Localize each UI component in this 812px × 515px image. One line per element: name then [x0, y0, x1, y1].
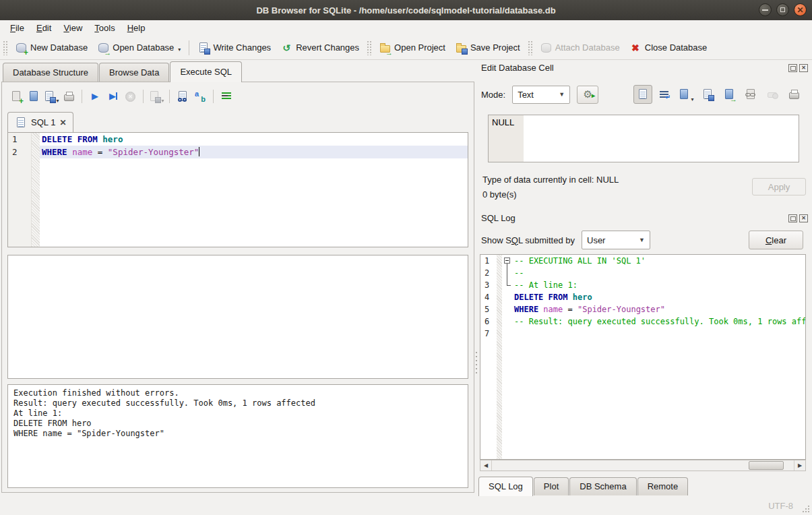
- format-sql-button[interactable]: [218, 88, 235, 105]
- toolbar-button-open-database[interactable]: →Open Database▾: [92, 39, 185, 57]
- find-replace-icon: ab: [194, 90, 206, 102]
- close-panel-icon[interactable]: [799, 214, 808, 222]
- open-external-button[interactable]: →: [720, 85, 739, 104]
- save-project-icon: [455, 42, 467, 54]
- menu-item-edit[interactable]: Edit: [30, 21, 57, 35]
- execute-line-icon: ▶: [106, 90, 119, 102]
- mode-label: Mode:: [481, 90, 505, 100]
- chevron-down-icon: ▼: [639, 237, 645, 243]
- edit-cell-controls: Mode: Text▼ ⚙ ▾→: [481, 85, 809, 104]
- toolbar-button-revert-changes[interactable]: ↺Revert Changes: [276, 39, 364, 57]
- toolbar-button-new-database[interactable]: +New Database: [10, 39, 92, 57]
- scroll-left-arrow-icon[interactable]: ◀: [480, 460, 492, 471]
- new-sql-tab-button[interactable]: +: [7, 88, 25, 105]
- sql-token: =: [92, 147, 108, 157]
- close-button[interactable]: ✕: [794, 3, 807, 16]
- close-panel-icon[interactable]: [799, 64, 808, 72]
- dropdown-caret-icon: ▾: [691, 96, 693, 104]
- scroll-right-arrow-icon[interactable]: ▶: [794, 460, 805, 471]
- export-data-button[interactable]: [698, 85, 717, 104]
- menu-item-file[interactable]: File: [4, 21, 30, 35]
- log-line: 2--: [480, 267, 805, 279]
- toolbar-button-write-changes[interactable]: Write Changes: [193, 39, 276, 57]
- toolbar-button-close-database[interactable]: ✖Close Database: [625, 39, 712, 57]
- cell-value-editor[interactable]: NULL: [488, 115, 799, 162]
- sql-doc-tab[interactable]: SQL 1✕: [7, 112, 73, 132]
- toolbar-button-attach-database: Attach Database: [535, 39, 625, 57]
- new-database-icon: +: [15, 42, 27, 54]
- execute-all-button[interactable]: ▶: [86, 88, 104, 105]
- text-view-button[interactable]: [633, 85, 652, 104]
- find-button[interactable]: [174, 88, 191, 105]
- tab-database-structure[interactable]: Database Structure: [3, 63, 98, 82]
- tab-execute-sql[interactable]: Execute SQL: [170, 61, 242, 82]
- copy-link-button[interactable]: [741, 85, 760, 104]
- open-sql-file-button[interactable]: [25, 88, 42, 105]
- log-horizontal-scrollbar[interactable]: ◀ ▶: [480, 460, 806, 471]
- edit-cell-title: Edit Database Cell: [481, 63, 554, 73]
- print-button[interactable]: [60, 88, 77, 105]
- cell-toolbar: ▾→: [633, 85, 803, 104]
- sql-token: DELETE FROM: [42, 134, 102, 144]
- save-results-button: ▾: [148, 88, 165, 105]
- sql-editor[interactable]: 1DELETE FROM hero2WHERE name = "Spider-Y…: [7, 132, 468, 247]
- set-null-button: [763, 85, 782, 104]
- find-replace-button[interactable]: ab: [191, 88, 209, 105]
- word-wrap-button[interactable]: [655, 85, 674, 104]
- import-mode-button[interactable]: ⚙: [577, 86, 598, 104]
- minimize-icon: [762, 9, 768, 11]
- splitter-editor-results[interactable]: [7, 249, 468, 253]
- print-cell-icon: [788, 88, 800, 100]
- menu-item-help[interactable]: Help: [121, 21, 152, 35]
- maximize-icon: [780, 7, 785, 12]
- import-data-button[interactable]: ▾: [677, 85, 695, 104]
- toolbar-button-label: Write Changes: [213, 42, 271, 53]
- sql-token: "Spider-Youngster": [577, 305, 665, 314]
- log-filter-combobox[interactable]: User▼: [582, 231, 650, 249]
- sql-editor-toolbar: +▾▶▶▾ab: [7, 87, 235, 106]
- splitter-results-messages[interactable]: [7, 378, 468, 383]
- window-controls: ✕: [759, 3, 807, 16]
- close-tab-icon[interactable]: ✕: [59, 118, 66, 127]
- toolbar-button-open-project[interactable]: →Open Project: [374, 39, 450, 57]
- sql-token: -- EXECUTING ALL IN 'SQL 1': [514, 256, 646, 266]
- toolbar-button-label: Attach Database: [555, 42, 620, 53]
- save-sql-file-button[interactable]: ▾: [42, 88, 60, 105]
- fold-marker-icon[interactable]: [502, 255, 513, 267]
- tab-plot[interactable]: Plot: [534, 477, 569, 495]
- encoding-status: UTF-8: [768, 501, 793, 511]
- resize-grip[interactable]: [801, 504, 809, 512]
- float-panel-icon[interactable]: [788, 214, 797, 222]
- tab-remote[interactable]: Remote: [637, 477, 689, 495]
- maximize-button[interactable]: [776, 3, 789, 16]
- sql-token: -- Result: query executed successfully. …: [514, 317, 806, 326]
- tab-browse-data[interactable]: Browse Data: [99, 63, 169, 82]
- tab-db-schema[interactable]: DB Schema: [569, 477, 636, 495]
- open-external-icon: →: [723, 88, 735, 100]
- scrollbar-thumb[interactable]: [749, 461, 784, 470]
- open-database-icon: →: [97, 42, 109, 54]
- sql-token: -- At line 1:: [514, 280, 577, 290]
- dropdown-caret-icon[interactable]: ▾: [178, 47, 181, 54]
- tab-sql-log[interactable]: SQL Log: [478, 477, 533, 496]
- menu-item-view[interactable]: View: [57, 21, 88, 35]
- line-number: 2: [12, 146, 18, 158]
- float-panel-icon[interactable]: [788, 64, 797, 72]
- mode-combobox[interactable]: Text▼: [512, 86, 570, 104]
- export-data-icon: [701, 88, 714, 100]
- dock-splitter-handle[interactable]: [632, 208, 655, 210]
- main-tab-bar: Database StructureBrowse DataExecute SQL: [3, 61, 243, 82]
- clear-log-button[interactable]: Clear: [749, 231, 803, 249]
- vertical-splitter-handle[interactable]: [475, 351, 478, 375]
- text-view-icon: [637, 88, 649, 100]
- toolbar-button-save-project[interactable]: Save Project: [450, 39, 525, 57]
- toolbar-separator: [189, 40, 189, 55]
- chevron-down-icon: ▼: [559, 91, 565, 98]
- minimize-button[interactable]: [759, 3, 772, 16]
- print-icon: [63, 90, 75, 102]
- splitter-handle-icon: [226, 380, 249, 382]
- execute-line-button[interactable]: ▶: [104, 88, 121, 105]
- line-number: 4: [485, 291, 489, 303]
- print-cell-button[interactable]: [784, 85, 803, 104]
- menu-item-tools[interactable]: Tools: [88, 21, 121, 35]
